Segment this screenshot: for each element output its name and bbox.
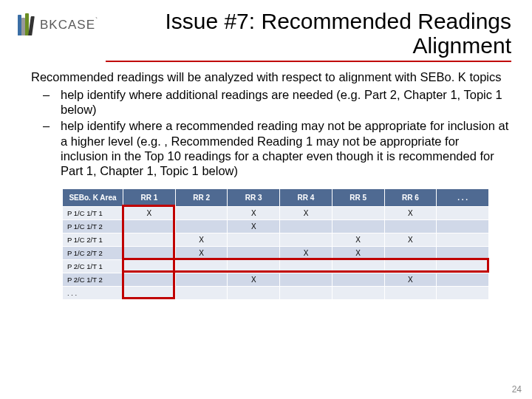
cell-mark [280,273,332,286]
cell-mark [384,286,437,299]
cell-mark [437,246,489,259]
cell-mark [175,219,228,233]
row-area: P 1/C 1/T 1 [63,206,123,219]
cell-mark: X [228,219,280,233]
row-area: P 2/C 1/T 2 [63,273,123,286]
col-header: RR 6 [384,188,437,206]
cell-mark [332,286,384,299]
col-header: RR 4 [280,188,332,206]
cell-mark [280,286,332,299]
cell-mark [332,206,384,219]
cell-mark [437,233,489,246]
cell-mark [384,259,437,273]
row-area: P 1/C 1/T 2 [63,219,123,233]
col-header: RR 2 [175,188,228,206]
cell-mark: X [280,206,332,219]
cell-mark: X [228,206,280,219]
cell-mark [123,233,176,246]
table-row: P 1/C 1/T 1XXXX [63,206,489,219]
cell-mark: X [332,233,384,246]
cell-mark: X [175,246,228,259]
cell-mark [437,273,489,286]
bullet-item: help identify where additional readings … [53,87,510,117]
slide-number: 24 [512,384,522,395]
cell-mark [437,259,489,273]
cell-mark [332,273,384,286]
cell-mark [175,273,228,286]
bullet-item: help identify where a recommended readin… [53,118,510,178]
cell-mark [175,206,228,219]
cell-mark [123,273,176,286]
cell-mark [280,233,332,246]
cell-mark [332,219,384,233]
cell-mark [175,259,228,273]
col-header: RR 3 [228,188,280,206]
cell-mark: X [384,206,437,219]
cell-mark [228,246,280,259]
cell-mark [228,259,280,273]
table-row: P 2/C 1/T 2XX [63,273,489,286]
logo-text: BKCASE` [40,17,98,33]
logo: BKCASE` [18,13,98,35]
table-row: P 2/C 1/T 1 [63,259,489,273]
col-header: SEBo. K Area [63,188,123,206]
cell-mark [123,246,176,259]
alignment-table-wrap: SEBo. K Area RR 1 RR 2 RR 3 RR 4 RR 5 RR… [62,188,489,300]
table-row: P 1/C 2/T 1XXX [63,233,489,246]
intro-text: Recommended readings will be analyzed wi… [31,69,510,84]
cell-mark [123,259,176,273]
cell-mark [384,219,437,233]
cell-mark: X [280,246,332,259]
table-row: P 1/C 2/T 2XXX [63,246,489,259]
cell-mark [280,219,332,233]
cell-mark: X [228,273,280,286]
cell-mark [228,286,280,299]
alignment-table: SEBo. K Area RR 1 RR 2 RR 3 RR 4 RR 5 RR… [62,188,489,300]
page-title: Issue #7: Recommended Readings Alignment [106,9,511,62]
books-icon [18,13,37,35]
cell-mark [123,219,176,233]
cell-mark: X [123,206,176,219]
row-area: P 1/C 2/T 1 [63,233,123,246]
cell-mark [437,219,489,233]
cell-mark: X [332,246,384,259]
row-area: . . . [63,286,123,299]
row-area: P 1/C 2/T 2 [63,246,123,259]
cell-mark: X [384,273,437,286]
cell-mark [437,286,489,299]
row-area: P 2/C 1/T 1 [63,259,123,273]
col-header: . . . [437,188,489,206]
cell-mark [280,259,332,273]
body-text: Recommended readings will be analyzed wi… [18,69,514,178]
table-row: P 1/C 1/T 2X [63,219,489,233]
cell-mark [123,286,176,299]
cell-mark [332,259,384,273]
cell-mark [228,233,280,246]
cell-mark: X [175,233,228,246]
col-header: RR 1 [123,188,176,206]
cell-mark [437,206,489,219]
col-header: RR 5 [332,188,384,206]
cell-mark [384,246,437,259]
cell-mark [175,286,228,299]
cell-mark: X [384,233,437,246]
table-row: . . . [63,286,489,299]
